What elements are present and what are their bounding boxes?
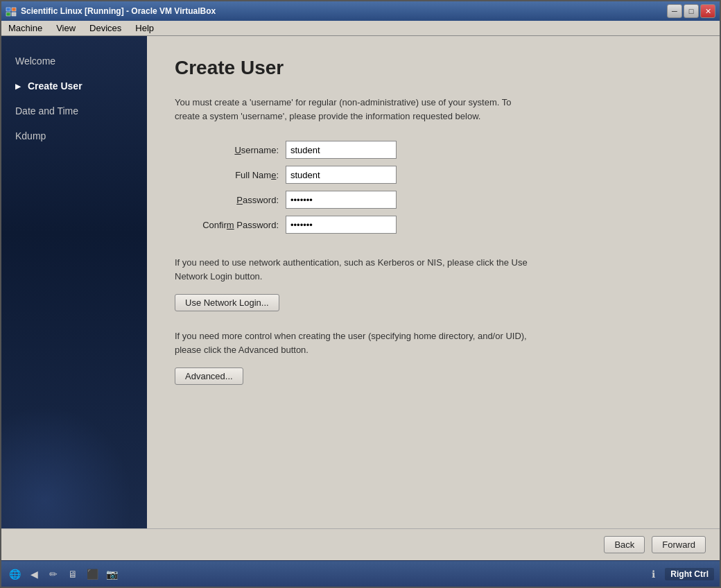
- fullname-input[interactable]: [286, 166, 397, 184]
- advanced-section: Advanced...: [175, 368, 692, 385]
- sidebar-label-kdump: Kdump: [15, 130, 46, 141]
- description-text: You must create a 'username' for regular…: [175, 96, 535, 123]
- advanced-button[interactable]: Advanced...: [175, 368, 243, 385]
- confirm-password-input[interactable]: [286, 216, 397, 234]
- window-frame: Scientific Linux [Running] - Oracle VM V…: [0, 0, 721, 588]
- svg-rect-3: [12, 12, 16, 16]
- window-controls: ─ □ ✕: [667, 4, 715, 18]
- forward-button[interactable]: Forward: [652, 536, 706, 553]
- password-input[interactable]: [286, 191, 397, 209]
- fullname-row: Full Name:: [175, 166, 692, 184]
- sidebar-label-welcome: Welcome: [15, 55, 55, 67]
- maximize-button[interactable]: □: [684, 4, 699, 18]
- sidebar-item-kdump[interactable]: Kdump: [1, 125, 147, 147]
- taskbar-monitor-icon: 🖥: [65, 567, 80, 582]
- menu-machine[interactable]: Machine: [1, 21, 49, 35]
- taskbar: 🌐 ◀ ✏ 🖥 ⬛ 📷 ℹ Right Ctrl: [1, 560, 720, 587]
- main-area: Welcome Create User Date and Time Kdump …: [1, 36, 720, 528]
- svg-rect-2: [6, 12, 10, 16]
- taskbar-arrow-icon: ◀: [26, 567, 42, 582]
- network-text: If you need to use network authenticatio…: [175, 256, 535, 283]
- username-input[interactable]: [286, 141, 397, 159]
- taskbar-network-icon: 🌐: [7, 567, 22, 582]
- svg-rect-1: [12, 8, 16, 11]
- svg-rect-0: [6, 8, 10, 11]
- title-bar: Scientific Linux [Running] - Oracle VM V…: [1, 1, 720, 21]
- taskbar-usb-icon: ⬛: [85, 567, 100, 582]
- minimize-button[interactable]: ─: [667, 4, 682, 18]
- sidebar: Welcome Create User Date and Time Kdump: [1, 36, 147, 528]
- taskbar-edit-icon: ✏: [46, 567, 61, 582]
- taskbar-camera-icon: 📷: [104, 567, 119, 582]
- menu-bar: Machine View Devices Help: [1, 21, 720, 36]
- back-button[interactable]: Back: [604, 536, 645, 553]
- fullname-label: Full Name:: [175, 170, 279, 180]
- taskbar-info-icon: ℹ: [645, 567, 661, 582]
- window-icon: [6, 6, 17, 17]
- bottom-bar: Back Forward: [1, 528, 720, 560]
- password-row: Password:: [175, 191, 692, 209]
- content-pane: Create User You must create a 'username'…: [147, 36, 720, 528]
- close-button[interactable]: ✕: [700, 4, 715, 18]
- username-row: Username:: [175, 141, 692, 159]
- menu-help[interactable]: Help: [128, 21, 161, 35]
- form-section: Username: Full Name: Password:: [175, 141, 692, 234]
- sidebar-item-welcome[interactable]: Welcome: [1, 50, 147, 72]
- network-login-section: Use Network Login...: [175, 294, 692, 311]
- username-label: Username:: [175, 145, 279, 155]
- confirm-password-row: Confirm Password:: [175, 216, 692, 234]
- window-title: Scientific Linux [Running] - Oracle VM V…: [21, 6, 663, 16]
- use-network-login-button[interactable]: Use Network Login...: [175, 294, 279, 311]
- taskbar-right-ctrl: Right Ctrl: [665, 568, 714, 580]
- advanced-text: If you need more control when creating t…: [175, 329, 535, 356]
- taskbar-right-ctrl-label: Right Ctrl: [670, 569, 709, 579]
- confirm-password-label: Confirm Password:: [175, 220, 279, 230]
- sidebar-item-create-user[interactable]: Create User: [1, 75, 147, 97]
- menu-view[interactable]: View: [49, 21, 82, 35]
- menu-devices[interactable]: Devices: [82, 21, 128, 35]
- page-title: Create User: [175, 57, 692, 79]
- sidebar-label-create-user: Create User: [28, 80, 82, 92]
- sidebar-item-date-and-time[interactable]: Date and Time: [1, 100, 147, 122]
- sidebar-label-date-and-time: Date and Time: [15, 105, 78, 116]
- password-label: Password:: [175, 195, 279, 205]
